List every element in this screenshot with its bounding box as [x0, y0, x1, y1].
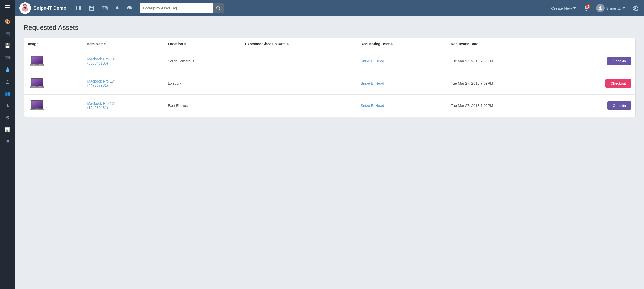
svg-point-32: [217, 7, 219, 9]
sidebar: ☰ 🎨 ▤ 💾 ⌨ 💧 🖨 👥 ⬇ ⚙ 📊 🖥: [0, 0, 15, 289]
requested-date-cell: Tue Mar 27, 2018 7:06PM: [447, 50, 559, 72]
svg-rect-15: [90, 8, 93, 10]
sidebar-item-settings[interactable]: ⚙: [2, 112, 13, 123]
brand: Snipe-IT Demo: [19, 2, 66, 14]
col-location[interactable]: Location: [164, 38, 241, 50]
user-avatar: [596, 4, 605, 12]
asset-image: [28, 98, 46, 113]
user-link[interactable]: Snipe E. Head: [361, 81, 384, 85]
brand-logo: [19, 2, 31, 14]
notification-bell[interactable]: 2: [582, 4, 591, 12]
checkin-button[interactable]: Checkin: [607, 57, 631, 65]
checkout-button[interactable]: Checkout: [605, 79, 631, 88]
sidebar-item-licenses[interactable]: 💾: [2, 40, 13, 51]
requested-date-cell: Tue Mar 27, 2018 7:09PM: [447, 72, 559, 95]
settings-gear-button[interactable]: [630, 4, 640, 12]
laptop-image: [29, 54, 45, 68]
action-cell: Checkin: [559, 95, 635, 117]
svg-rect-27: [103, 9, 106, 9]
item-name-cell: Macbook Pro 13"(447387981): [83, 72, 164, 95]
svg-rect-31: [128, 8, 129, 9]
sidebar-item-reports[interactable]: 📊: [2, 124, 13, 135]
asset-image: [28, 76, 46, 91]
svg-rect-39: [31, 56, 43, 63]
sidebar-item-palette[interactable]: 🎨: [2, 16, 13, 27]
svg-rect-30: [128, 9, 131, 10]
checkin-button[interactable]: Checkin: [607, 101, 631, 110]
search-container: [140, 3, 224, 13]
svg-rect-51: [31, 101, 43, 108]
item-name-cell: Macbook Pro 13"(164980481): [83, 95, 164, 117]
item-name-cell: Macbook Pro 13"(335348185): [83, 50, 164, 72]
user-name: Snipe E.: [606, 6, 621, 10]
svg-rect-7: [76, 6, 77, 10]
sidebar-item-dashboard[interactable]: ☰: [2, 2, 13, 13]
user-link[interactable]: Snipe E. Head: [361, 59, 384, 63]
expected-checkin-cell: [241, 50, 356, 72]
search-input[interactable]: [140, 3, 213, 13]
requested-date-cell: Tue Mar 27, 2018 7:09PM: [447, 95, 559, 117]
svg-rect-25: [106, 8, 106, 9]
search-button[interactable]: [213, 3, 224, 13]
user-chevron-icon: [623, 7, 625, 9]
search-icon: [216, 6, 220, 10]
svg-rect-9: [78, 6, 78, 10]
asset-image-cell: [24, 50, 83, 72]
svg-rect-13: [81, 6, 81, 10]
gear-icon: [632, 5, 638, 11]
svg-rect-18: [104, 7, 104, 8]
svg-rect-23: [104, 8, 104, 9]
asset-link[interactable]: Macbook Pro 13"(447387981): [87, 79, 115, 88]
table-row: Macbook Pro 13"(164980481) East Earnest …: [24, 95, 635, 117]
sidebar-item-components[interactable]: 🖨: [2, 76, 13, 87]
requesting-user-cell: Snipe E. Head: [356, 50, 447, 72]
requesting-user-cell: Snipe E. Head: [356, 95, 447, 117]
svg-rect-54: [35, 108, 39, 109]
navbar: Snipe-IT Demo: [15, 0, 644, 16]
asset-link[interactable]: Macbook Pro 13"(335348185): [87, 57, 115, 65]
table-body: Macbook Pro 13"(335348185) South Jamarcu…: [24, 50, 635, 117]
page-title: Requested Assets: [24, 24, 636, 32]
svg-line-33: [219, 9, 220, 10]
nav-keyboard-icon[interactable]: [100, 4, 110, 12]
sidebar-item-assets[interactable]: ▤: [2, 28, 13, 39]
col-action: [559, 38, 635, 50]
action-cell: Checkin: [559, 50, 635, 72]
requesting-user-cell: Snipe E. Head: [356, 72, 447, 95]
sidebar-item-display[interactable]: 🖥: [2, 136, 13, 147]
laptop-image: [29, 99, 45, 112]
svg-rect-48: [35, 86, 39, 87]
brand-name: Snipe-IT Demo: [33, 5, 66, 11]
col-requesting-user[interactable]: Requesting User: [356, 38, 447, 50]
requested-assets-table: Image Item Name Location Expected Checki…: [24, 38, 635, 117]
sidebar-item-consumables[interactable]: 💧: [2, 64, 13, 75]
user-link[interactable]: Snipe E. Head: [361, 103, 384, 108]
svg-point-35: [599, 6, 601, 8]
sidebar-item-people[interactable]: 👥: [2, 88, 13, 99]
svg-rect-10: [79, 6, 79, 10]
svg-rect-26: [106, 8, 107, 9]
sidebar-item-downloads[interactable]: ⬇: [2, 100, 13, 111]
col-image: Image: [24, 38, 83, 50]
nav-print-icon[interactable]: [124, 4, 134, 12]
nav-droplet-icon[interactable]: [113, 4, 121, 13]
svg-rect-14: [91, 6, 93, 7]
sidebar-item-accessories[interactable]: ⌨: [2, 52, 13, 63]
table-header-row: Image Item Name Location Expected Checki…: [24, 38, 635, 50]
col-item-name: Item Name: [83, 38, 164, 50]
nav-save-icon[interactable]: [87, 4, 97, 13]
svg-rect-24: [105, 8, 105, 9]
svg-rect-21: [106, 7, 107, 8]
create-new-button[interactable]: Create New: [549, 4, 578, 12]
col-expected-checkin[interactable]: Expected Checkin Date: [241, 38, 356, 50]
table-row: Macbook Pro 13"(335348185) South Jamarcu…: [24, 50, 635, 72]
asset-link[interactable]: Macbook Pro 13"(164980481): [87, 101, 115, 110]
user-menu-button[interactable]: Snipe E.: [594, 2, 627, 14]
chevron-down-icon: [573, 7, 576, 9]
svg-rect-45: [31, 79, 43, 86]
nav-barcode1-icon[interactable]: [74, 4, 84, 13]
table-card: Image Item Name Location Expected Checki…: [24, 38, 636, 117]
expected-checkin-cell: [241, 72, 356, 95]
svg-rect-28: [128, 6, 131, 8]
svg-rect-20: [106, 7, 106, 8]
